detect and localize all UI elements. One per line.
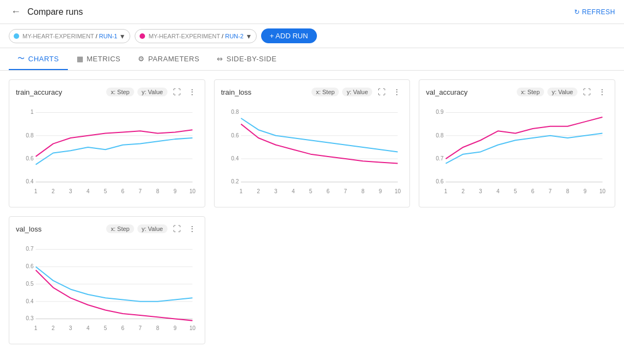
more-button-val_accuracy[interactable]: ⋮ bbox=[596, 86, 608, 97]
svg-text:9: 9 bbox=[174, 325, 177, 331]
svg-text:1: 1 bbox=[239, 188, 242, 194]
chart-title-val_loss: val_loss bbox=[16, 225, 42, 233]
svg-text:1: 1 bbox=[34, 188, 37, 194]
back-button[interactable]: ← bbox=[9, 4, 23, 20]
svg-text:0.4: 0.4 bbox=[26, 178, 33, 184]
svg-text:0.3: 0.3 bbox=[26, 315, 33, 321]
svg-text:2: 2 bbox=[257, 188, 260, 194]
run-selector-1[interactable]: MY-HEART-EXPERIMENT / RUN-1 ▾ bbox=[9, 29, 130, 43]
svg-text:7: 7 bbox=[549, 188, 552, 194]
refresh-button[interactable]: ↻ REFRESH bbox=[574, 8, 615, 16]
expand-button-val_loss[interactable]: ⛶ bbox=[171, 223, 183, 234]
chart-card-val_accuracy: val_accuracyx: Stepy: Value⛶⋮0.90.80.70.… bbox=[419, 79, 615, 207]
chart-actions-val_accuracy: ⛶⋮ bbox=[581, 86, 608, 97]
svg-text:5: 5 bbox=[514, 188, 517, 194]
chart-header-val_accuracy: val_accuracyx: Stepy: Value⛶⋮ bbox=[426, 86, 608, 97]
svg-text:0.8: 0.8 bbox=[436, 132, 444, 138]
run-selector-2[interactable]: MY-HEART-EXPERIMENT / RUN-2 ▾ bbox=[135, 29, 256, 43]
svg-text:2: 2 bbox=[462, 188, 465, 194]
svg-text:6: 6 bbox=[122, 188, 125, 194]
chart-card-train_loss: train_lossx: Stepy: Value⛶⋮0.80.60.40.21… bbox=[214, 79, 411, 207]
svg-text:6: 6 bbox=[122, 325, 125, 331]
chart-area-train_accuracy: 10.80.60.412345678910 bbox=[16, 102, 198, 200]
svg-text:1: 1 bbox=[31, 109, 34, 115]
run-name-2: MY-HEART-EXPERIMENT / RUN-2 bbox=[148, 33, 243, 39]
svg-text:6: 6 bbox=[531, 188, 535, 194]
expand-button-train_loss[interactable]: ⛶ bbox=[375, 86, 388, 97]
chart-area-train_loss: 0.80.60.40.212345678910 bbox=[221, 102, 403, 200]
chart-y-badge-train_accuracy: y: Value bbox=[137, 88, 167, 96]
chart-area-val_loss: 0.70.60.50.40.312345678910 bbox=[16, 239, 198, 337]
header: ← Compare runs ↻ REFRESH bbox=[0, 0, 624, 24]
svg-text:2: 2 bbox=[51, 188, 55, 194]
svg-text:7: 7 bbox=[344, 188, 347, 194]
add-run-button[interactable]: + ADD RUN bbox=[261, 28, 317, 43]
chart-x-badge-val_loss: x: Step bbox=[106, 224, 134, 233]
svg-text:10: 10 bbox=[189, 325, 196, 331]
svg-text:9: 9 bbox=[174, 188, 177, 194]
refresh-label: REFRESH bbox=[582, 8, 615, 16]
chart-y-badge-val_accuracy: y: Value bbox=[547, 88, 577, 96]
svg-text:5: 5 bbox=[309, 188, 312, 194]
svg-text:0.6: 0.6 bbox=[26, 155, 33, 161]
svg-text:0.6: 0.6 bbox=[436, 178, 444, 184]
expand-button-val_accuracy[interactable]: ⛶ bbox=[581, 86, 593, 97]
dropdown-arrow-1: ▾ bbox=[120, 32, 124, 41]
svg-text:2: 2 bbox=[51, 325, 55, 331]
svg-text:3: 3 bbox=[274, 188, 278, 194]
chart-title-train_loss: train_loss bbox=[221, 88, 252, 96]
expand-button-train_accuracy[interactable]: ⛶ bbox=[171, 86, 183, 97]
more-button-train_loss[interactable]: ⋮ bbox=[391, 86, 403, 97]
svg-text:9: 9 bbox=[583, 188, 587, 194]
charts-row-1: train_accuracyx: Stepy: Value⛶⋮10.80.60.… bbox=[0, 71, 624, 216]
experiment-name-2: MY-HEART-EXPERIMENT bbox=[148, 33, 220, 39]
chart-title-train_accuracy: train_accuracy bbox=[16, 88, 62, 96]
svg-text:10: 10 bbox=[189, 188, 196, 194]
refresh-icon: ↻ bbox=[574, 8, 580, 16]
svg-text:0.7: 0.7 bbox=[26, 246, 33, 252]
chart-header-train_loss: train_lossx: Stepy: Value⛶⋮ bbox=[221, 86, 403, 97]
chart-y-badge-train_loss: y: Value bbox=[342, 88, 372, 96]
chart-card-train_accuracy: train_accuracyx: Stepy: Value⛶⋮10.80.60.… bbox=[9, 79, 205, 207]
experiment-name-1: MY-HEART-EXPERIMENT bbox=[22, 33, 94, 39]
svg-text:4: 4 bbox=[86, 325, 90, 331]
run-id-2: RUN-2 bbox=[225, 33, 244, 39]
svg-text:0.4: 0.4 bbox=[26, 298, 33, 304]
svg-text:8: 8 bbox=[566, 188, 569, 194]
svg-text:9: 9 bbox=[379, 188, 382, 194]
charts-tab-icon: 〜 bbox=[18, 54, 25, 63]
svg-text:0.7: 0.7 bbox=[436, 155, 444, 161]
svg-text:10: 10 bbox=[395, 188, 401, 194]
svg-text:0.2: 0.2 bbox=[231, 178, 239, 184]
tabs: 〜 CHARTS ▦ METRICS ⚙ PARAMETERS ⇔ SIDE-B… bbox=[0, 48, 624, 71]
svg-text:0.8: 0.8 bbox=[231, 109, 239, 115]
chart-actions-train_accuracy: ⛶⋮ bbox=[171, 86, 198, 97]
chart-x-badge-val_accuracy: x: Step bbox=[517, 88, 544, 96]
tab-parameters[interactable]: ⚙ PARAMETERS bbox=[129, 49, 208, 70]
svg-text:0.6: 0.6 bbox=[26, 263, 33, 269]
chart-actions-val_loss: ⛶⋮ bbox=[171, 223, 198, 234]
svg-text:3: 3 bbox=[479, 188, 482, 194]
chart-title-val_accuracy: val_accuracy bbox=[426, 88, 467, 96]
chart-x-badge-train_accuracy: x: Step bbox=[106, 88, 134, 96]
svg-text:4: 4 bbox=[86, 188, 90, 194]
chart-actions-train_loss: ⛶⋮ bbox=[375, 86, 403, 97]
chart-y-badge-val_loss: y: Value bbox=[137, 224, 167, 233]
svg-text:0.9: 0.9 bbox=[436, 109, 444, 115]
sidebyside-tab-label: SIDE-BY-SIDE bbox=[227, 55, 277, 63]
tab-charts[interactable]: 〜 CHARTS bbox=[9, 48, 68, 70]
header-left: ← Compare runs bbox=[9, 4, 83, 20]
svg-text:0.5: 0.5 bbox=[26, 281, 33, 287]
metrics-tab-label: METRICS bbox=[86, 55, 120, 63]
svg-text:6: 6 bbox=[326, 188, 330, 194]
parameters-tab-icon: ⚙ bbox=[138, 55, 145, 63]
tab-metrics[interactable]: ▦ METRICS bbox=[68, 49, 130, 70]
more-button-train_accuracy[interactable]: ⋮ bbox=[186, 86, 198, 97]
svg-text:8: 8 bbox=[361, 188, 365, 194]
svg-text:5: 5 bbox=[104, 188, 107, 194]
svg-text:3: 3 bbox=[69, 325, 72, 331]
more-button-val_loss[interactable]: ⋮ bbox=[186, 223, 198, 234]
tab-sidebyside[interactable]: ⇔ SIDE-BY-SIDE bbox=[208, 49, 285, 70]
dropdown-arrow-2: ▾ bbox=[247, 32, 251, 41]
svg-text:8: 8 bbox=[156, 188, 159, 194]
